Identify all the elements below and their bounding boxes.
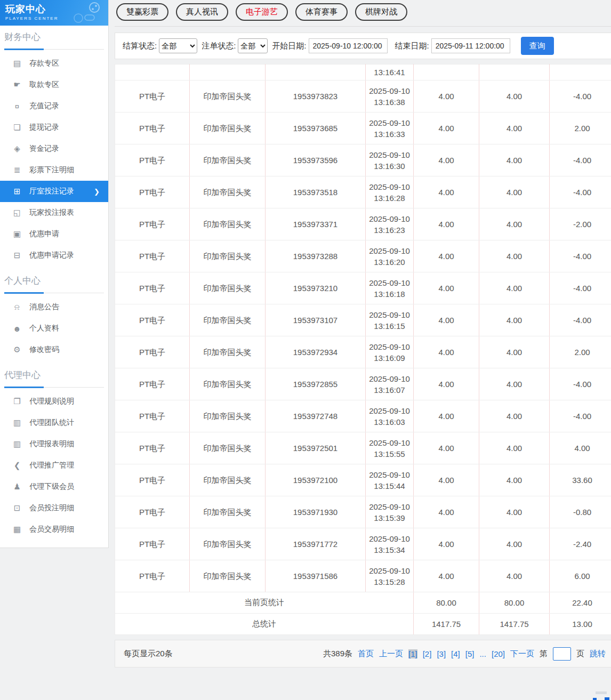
sidebar-list: ❐代理规则说明▥代理团队统计▥代理报表明细❮代理推广管理♟代理下级会员⊡会员投注… <box>0 391 108 540</box>
sidebar-item-password-gear[interactable]: ⚙修改密码 <box>0 339 108 360</box>
order-status-select[interactable]: 全部 <box>238 38 268 53</box>
sidebar-item-profile-user[interactable]: ☻个人资料 <box>0 318 108 339</box>
cell-order-no: 1953972855 <box>266 368 366 400</box>
cell-order-no <box>266 65 366 81</box>
end-date-input[interactable] <box>431 38 510 53</box>
cell-game: 印加帝国头奖 <box>190 336 266 368</box>
withdrawal-record-icon: ❏ <box>12 123 22 132</box>
cell-win-loss: -4.00 <box>550 304 611 336</box>
page-link[interactable]: [4] <box>451 649 460 658</box>
floating-widget-blue-right[interactable] <box>605 697 609 700</box>
jump-page-input[interactable] <box>553 647 571 661</box>
prev-page-link[interactable]: 上一页 <box>379 649 403 659</box>
sidebar-item-funds-record[interactable]: ◈资金记录 <box>0 138 108 159</box>
tab-2[interactable]: 真人视讯 <box>176 3 228 21</box>
cell-win-loss: -2.40 <box>550 528 611 560</box>
summary-bet: 80.00 <box>414 592 479 614</box>
summary-valid: 80.00 <box>479 592 550 614</box>
sidebar-list: ▤存款专区☛取款专区¤充值记录❏提现记录◈资金记录≣彩票下注明细⊞厅室投注记录❯… <box>0 53 108 266</box>
sidebar-item-promo-apply[interactable]: ▣优惠申请 <box>0 223 108 245</box>
cell-bet-time: 2025-09-1013:16:28 <box>366 176 414 208</box>
filter-bar: 结算状态: 全部 注单状态: 全部 开始日期: 结束日期: 查询 <box>115 33 611 59</box>
tab-1[interactable]: 雙赢彩票 <box>116 3 168 21</box>
page-link[interactable]: [2] <box>423 649 432 658</box>
sidebar-item-agent-report-detail[interactable]: ▥代理报表明细 <box>0 433 108 455</box>
page-size-text: 每页显示20条 <box>124 649 173 659</box>
table-row: PT电子印加帝国头奖19539732882025-09-1013:16:204.… <box>115 240 611 272</box>
cell-bet-amount: 4.00 <box>414 560 479 592</box>
cell-order-no: 1953971772 <box>266 528 366 560</box>
chevron-right-icon: ❯ <box>94 188 100 196</box>
pagination-bar: 每页显示20条 共389条 首页 上一页 [1][2][3][4][5]...[… <box>115 640 611 667</box>
cell-platform: PT电子 <box>115 176 190 208</box>
summary-row: 总统计1417.751417.7513.00 <box>115 614 611 635</box>
cell-bet-time: 2025-09-1013:16:33 <box>366 112 414 144</box>
summary-bet: 1417.75 <box>414 614 479 635</box>
sidebar-item-label: 彩票下注明细 <box>29 165 74 175</box>
sidebar-item-agent-promo-share[interactable]: ❮代理推广管理 <box>0 455 108 476</box>
sidebar-item-agent-sub-members[interactable]: ♟代理下级会员 <box>0 476 108 497</box>
settle-status-select[interactable]: 全部 <box>159 38 197 53</box>
table-row: PT电子印加帝国头奖19539736852025-09-1013:16:334.… <box>115 112 611 144</box>
search-button[interactable]: 查询 <box>521 37 554 55</box>
sidebar-item-message-bell[interactable]: ⍾消息公告 <box>0 296 108 318</box>
deposit-card-icon: ▤ <box>12 59 22 68</box>
table-row: PT电子印加帝国头奖19539727482025-09-1013:16:034.… <box>115 400 611 432</box>
sidebar-item-withdraw-hand[interactable]: ☛取款专区 <box>0 74 108 95</box>
password-gear-icon: ⚙ <box>12 345 22 355</box>
tab-5[interactable]: 棋牌对战 <box>355 3 407 21</box>
sidebar-item-hall-bet-record[interactable]: ⊞厅室投注记录❯ <box>0 181 108 202</box>
start-date-input[interactable] <box>309 38 388 53</box>
tab-3[interactable]: 电子游艺 <box>236 3 288 21</box>
page-ellipsis: ... <box>479 649 486 658</box>
summary-win-loss: 22.40 <box>550 592 611 614</box>
cell-order-no: 1953973685 <box>266 112 366 144</box>
cell-valid-amount: 4.00 <box>479 560 550 592</box>
member-trade-detail-icon: ▦ <box>12 525 22 534</box>
cell-game: 印加帝国头奖 <box>190 304 266 336</box>
floating-widget-blue-left[interactable] <box>593 698 597 700</box>
table-row: PT电子印加帝国头奖19539725012025-09-1013:15:554.… <box>115 432 611 464</box>
tab-4[interactable]: 体育赛事 <box>295 3 348 21</box>
order-status-label: 注单状态: <box>202 41 236 51</box>
first-page-link[interactable]: 首页 <box>358 649 374 659</box>
sidebar-item-member-bet-detail[interactable]: ⊡会员投注明细 <box>0 497 108 519</box>
jump-prefix-text: 第 <box>540 649 548 659</box>
cell-game: 印加帝国头奖 <box>190 176 266 208</box>
bet-records-table: 13:16:41PT电子印加帝国头奖19539738232025-09-1013… <box>115 64 611 635</box>
section-label: 代理中心 <box>4 369 104 388</box>
sidebar-item-recharge-record[interactable]: ¤充值记录 <box>0 95 108 117</box>
jump-button[interactable]: 跳转 <box>590 649 606 659</box>
funds-record-icon: ◈ <box>12 144 22 154</box>
floating-widget-partial[interactable] <box>596 691 607 694</box>
sidebar-item-deposit-card[interactable]: ▤存款专区 <box>0 53 108 74</box>
cell-win-loss: 33.60 <box>550 464 611 496</box>
total-count-text: 共389条 <box>323 649 352 659</box>
sidebar-item-lottery-bet-detail[interactable]: ≣彩票下注明细 <box>0 159 108 181</box>
table-row: PT电子印加帝国头奖19539731072025-09-1013:16:154.… <box>115 304 611 336</box>
sidebar-item-member-trade-detail[interactable]: ▦会员交易明细 <box>0 519 108 540</box>
page-link[interactable]: [5] <box>465 649 475 658</box>
sidebar-item-withdrawal-record[interactable]: ❏提现记录 <box>0 117 108 138</box>
sidebar-item-player-bet-report[interactable]: ◱玩家投注报表 <box>0 202 108 223</box>
sidebar-item-agent-rules-doc[interactable]: ❐代理规则说明 <box>0 391 108 412</box>
bet-records-table-wrap: 13:16:41PT电子印加帝国头奖19539738232025-09-1013… <box>115 64 611 635</box>
cell-win-loss: -0.80 <box>550 496 611 528</box>
sidebar-item-label: 个人资料 <box>29 324 59 333</box>
next-page-link[interactable]: 下一页 <box>510 649 534 659</box>
agent-rules-doc-icon: ❐ <box>12 397 22 406</box>
sidebar-item-label: 优惠申请 <box>29 229 59 239</box>
cell-bet-time: 2025-09-1013:16:15 <box>366 304 414 336</box>
sidebar-item-agent-team-stats[interactable]: ▥代理团队统计 <box>0 412 108 433</box>
page-link-current[interactable]: [1] <box>408 649 417 658</box>
page-link[interactable]: [3] <box>437 649 446 658</box>
cell-valid-amount: 4.00 <box>479 432 550 464</box>
table-row: PT电子印加帝国头奖19539721002025-09-1013:15:444.… <box>115 464 611 496</box>
jump-suffix-text: 页 <box>576 649 584 659</box>
agent-report-detail-icon: ▥ <box>12 439 22 449</box>
sidebar-item-promo-apply-record[interactable]: ⊟优惠申请记录 <box>0 245 108 266</box>
page-link[interactable]: [20] <box>492 649 505 658</box>
cell-bet-time: 2025-09-1013:16:18 <box>366 272 414 304</box>
pagination-controls: 共389条 首页 上一页 [1][2][3][4][5]...[20] 下一页 … <box>323 647 606 661</box>
summary-label: 当前页统计 <box>115 592 414 614</box>
